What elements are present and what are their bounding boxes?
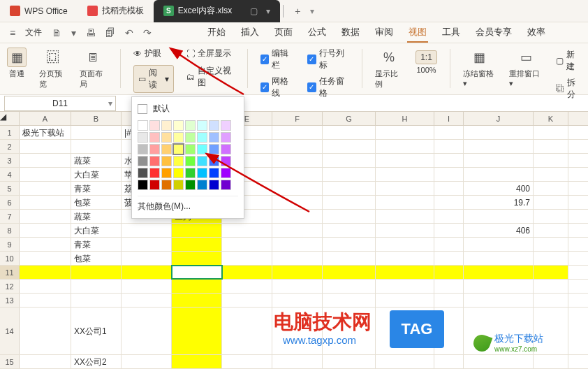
cell[interactable] xyxy=(323,196,376,209)
cell[interactable] xyxy=(172,224,222,237)
color-swatch[interactable] xyxy=(173,168,184,178)
cell[interactable] xyxy=(122,266,172,279)
new-tab-button[interactable]: + xyxy=(286,6,309,17)
cell[interactable] xyxy=(534,210,568,223)
color-swatch[interactable] xyxy=(197,180,207,190)
cell[interactable] xyxy=(272,140,323,153)
cell[interactable]: 青菜 xyxy=(71,238,122,251)
cell[interactable] xyxy=(222,252,272,265)
cell[interactable] xyxy=(172,252,222,265)
cell[interactable] xyxy=(272,252,323,265)
cell[interactable] xyxy=(434,168,464,181)
cell[interactable] xyxy=(272,224,323,237)
color-swatch[interactable] xyxy=(138,180,148,190)
cell[interactable] xyxy=(20,224,71,237)
cell[interactable]: 大白菜 xyxy=(71,168,122,181)
cell[interactable] xyxy=(376,238,434,251)
cell[interactable] xyxy=(71,294,122,307)
tab-member[interactable]: 会员专享 xyxy=(474,23,513,43)
cell[interactable]: 极光下载站 xyxy=(20,126,71,139)
cell[interactable] xyxy=(20,308,71,354)
cell[interactable]: 大白菜 xyxy=(71,224,122,237)
cell[interactable] xyxy=(434,266,464,279)
tab-menu-dropdown[interactable]: ▾ xyxy=(310,6,314,16)
cell[interactable] xyxy=(222,294,272,307)
print-icon[interactable]: 🖶 xyxy=(82,24,100,41)
tab-page[interactable]: 页面 xyxy=(273,23,294,43)
cell[interactable] xyxy=(376,140,434,153)
cell[interactable] xyxy=(434,294,464,307)
cell[interactable] xyxy=(222,355,272,368)
cell[interactable] xyxy=(71,266,122,279)
cell[interactable] xyxy=(464,126,534,139)
color-swatch[interactable] xyxy=(161,168,172,178)
color-swatch[interactable] xyxy=(221,132,231,143)
cell[interactable] xyxy=(464,294,534,307)
color-swatch[interactable] xyxy=(161,180,172,190)
color-swatch[interactable] xyxy=(197,132,207,143)
color-swatch[interactable] xyxy=(221,120,231,131)
cell[interactable] xyxy=(434,196,464,209)
color-swatch[interactable] xyxy=(149,180,160,190)
cell[interactable] xyxy=(71,126,122,139)
cell[interactable] xyxy=(323,224,376,237)
cell[interactable] xyxy=(122,224,172,237)
name-box[interactable]: D11 ▾ xyxy=(4,96,116,111)
cell[interactable] xyxy=(172,294,222,307)
cell[interactable] xyxy=(20,280,71,293)
color-swatch[interactable] xyxy=(149,144,160,154)
picker-default[interactable]: 默认 xyxy=(138,103,238,115)
row-header[interactable]: 13 xyxy=(0,294,20,307)
color-swatch[interactable] xyxy=(138,144,148,154)
tab-wps-home[interactable]: WPS Office xyxy=(0,0,78,22)
cell[interactable] xyxy=(272,355,323,368)
color-swatch[interactable] xyxy=(173,180,184,190)
row-header[interactable]: 7 xyxy=(0,210,20,223)
eye-protect-toggle[interactable]: 👁 护眼 xyxy=(133,48,173,59)
cell[interactable] xyxy=(434,210,464,223)
split-button[interactable]: ⿻拆分 xyxy=(556,77,581,101)
tab-dropdown-icon[interactable]: ▾ xyxy=(266,6,270,16)
cell[interactable] xyxy=(122,355,172,368)
cell[interactable] xyxy=(20,252,71,265)
col-header[interactable]: I xyxy=(434,112,464,125)
cell[interactable] xyxy=(534,355,568,368)
cell[interactable] xyxy=(534,266,568,279)
tab-templates[interactable]: 找稻壳模板 xyxy=(78,0,154,22)
cell[interactable] xyxy=(376,196,434,209)
cell[interactable] xyxy=(464,154,534,167)
color-swatch[interactable] xyxy=(185,132,196,143)
redo-icon[interactable]: ↷ xyxy=(139,24,156,41)
select-all-corner[interactable]: ◢ xyxy=(0,112,20,125)
cell[interactable] xyxy=(20,210,71,223)
cell[interactable] xyxy=(272,294,323,307)
toggle-task-pane[interactable]: ✓任务窗格 xyxy=(307,75,349,99)
cell[interactable] xyxy=(534,140,568,153)
cell[interactable] xyxy=(20,182,71,195)
cell[interactable]: XX公司2 xyxy=(71,355,122,368)
arrange-windows[interactable]: ▭ 重排窗口 ▾ xyxy=(509,48,543,88)
cell[interactable] xyxy=(464,280,534,293)
color-swatch[interactable] xyxy=(185,180,196,190)
toggle-rowcol-label[interactable]: ✓行号列标 xyxy=(307,48,349,71)
cell[interactable] xyxy=(534,238,568,251)
cell[interactable] xyxy=(434,355,464,368)
col-header[interactable]: K xyxy=(534,112,568,125)
cell[interactable] xyxy=(122,252,172,265)
row-header[interactable]: 3 xyxy=(0,154,20,167)
col-header[interactable]: G xyxy=(323,112,376,125)
cell[interactable] xyxy=(434,252,464,265)
color-swatch[interactable] xyxy=(149,168,160,178)
cell[interactable] xyxy=(434,126,464,139)
cell[interactable] xyxy=(323,154,376,167)
cell[interactable]: 包菜 xyxy=(71,252,122,265)
cell[interactable] xyxy=(122,280,172,293)
color-swatch[interactable] xyxy=(209,120,219,131)
app-menu-icon[interactable]: ≡ xyxy=(6,24,20,41)
tab-formula[interactable]: 公式 xyxy=(307,23,328,43)
tab-monitor-icon[interactable]: ▢ xyxy=(250,6,258,16)
color-swatch[interactable] xyxy=(138,156,148,166)
row-header[interactable]: 10 xyxy=(0,252,20,265)
cell[interactable] xyxy=(323,168,376,181)
cell[interactable] xyxy=(172,280,222,293)
